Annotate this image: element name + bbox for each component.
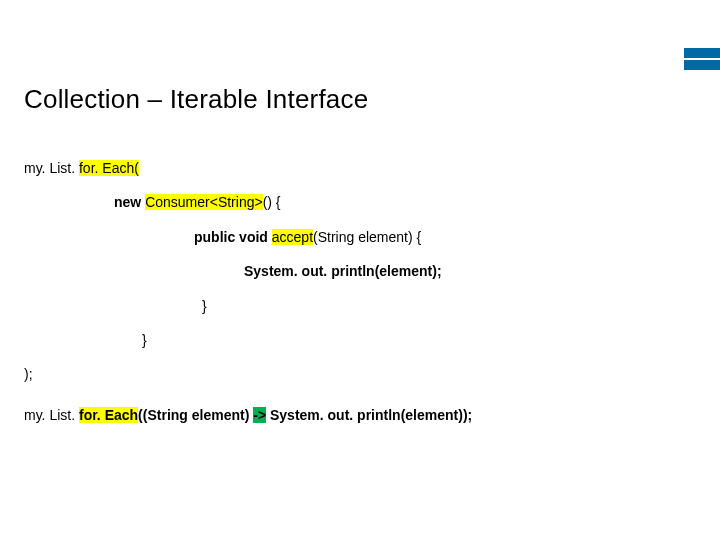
highlight-foreach-2: for. Each [79, 407, 138, 423]
slide-content: Collection – Iterable Interface my. List… [0, 0, 720, 426]
highlight-consumer: Consumer<String> [145, 194, 263, 210]
code-text: my. List. [24, 407, 79, 423]
highlight-arrow: -> [253, 407, 266, 423]
slide-title: Collection – Iterable Interface [24, 84, 696, 115]
code-text: System. out. println(element)); [266, 407, 472, 423]
code-text: ((String element) [138, 407, 253, 423]
code-line-8: my. List. for. Each((String element) -> … [24, 404, 696, 426]
code-text: (String element) { [313, 229, 421, 245]
code-text: my. List. [24, 160, 79, 176]
highlight-foreach: for. Each( [79, 160, 139, 176]
code-text: () { [263, 194, 281, 210]
code-line-5: } [24, 295, 696, 317]
brand-logo [684, 48, 720, 70]
code-block: my. List. for. Each( new Consumer<String… [24, 157, 696, 426]
code-text: System. out. println(element); [244, 263, 442, 279]
arrow-op: -> [253, 407, 266, 423]
code-brace: } [202, 298, 207, 314]
highlight-accept: accept [272, 229, 313, 245]
code-line-6: } [24, 329, 696, 351]
code-line-7: ); [24, 363, 696, 385]
code-line-3: public void accept(String element) { [24, 226, 696, 248]
code-line-1: my. List. for. Each( [24, 157, 696, 179]
code-bold: for. Each [79, 407, 138, 423]
code-line-2: new Consumer<String>() { [24, 191, 696, 213]
code-keyword-new: new [114, 194, 145, 210]
code-brace: } [142, 332, 147, 348]
code-text: ); [24, 366, 33, 382]
code-line-4: System. out. println(element); [24, 260, 696, 282]
code-keyword-public-void: public void [194, 229, 272, 245]
